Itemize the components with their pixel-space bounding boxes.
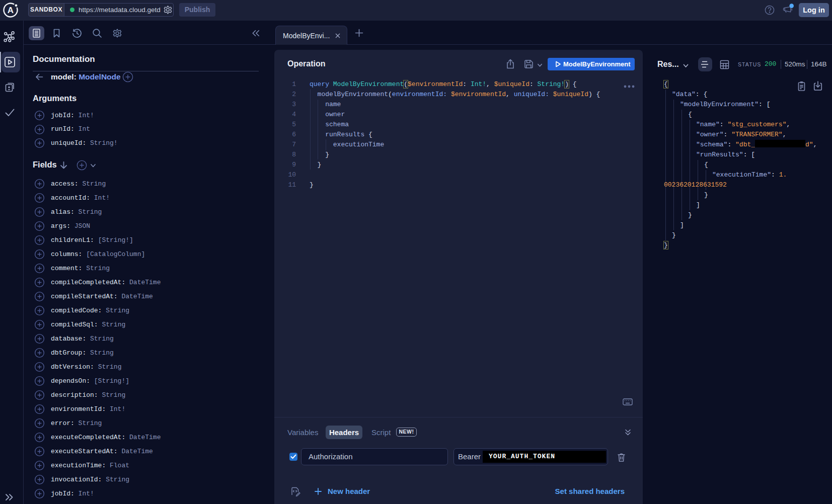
svg-text:A: A xyxy=(8,6,14,15)
